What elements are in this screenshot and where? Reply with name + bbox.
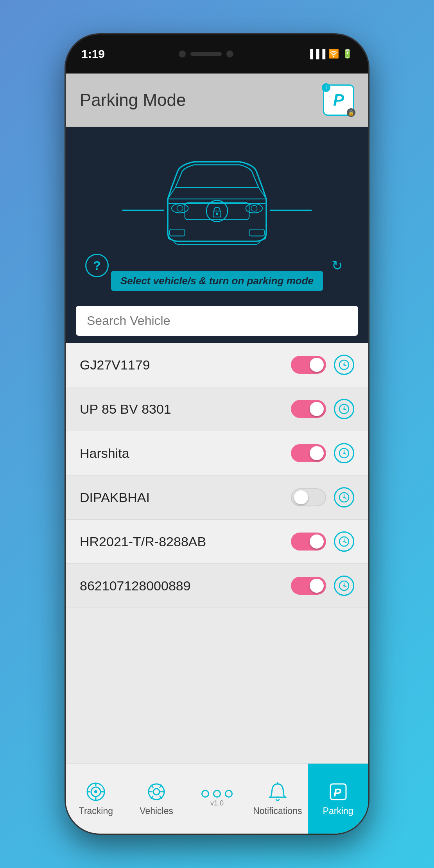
svg-point-35 (343, 541, 345, 542)
svg-point-27 (343, 452, 345, 454)
vehicle-name: Harshita (80, 446, 129, 461)
svg-rect-15 (249, 229, 264, 236)
vehicle-item: UP 85 BV 8301 (66, 387, 368, 431)
toggle-knob (310, 358, 324, 372)
notch-center (167, 44, 245, 64)
vehicle-toggle[interactable] (291, 444, 326, 462)
vehicle-item: HR2021-T/R-8288AB (66, 520, 368, 564)
camera-dot (179, 50, 186, 57)
parking-label: Parking (323, 806, 353, 816)
vehicle-name: DIPAKBHAI (80, 490, 150, 505)
toggle-knob (310, 446, 324, 460)
status-icons: ▐▐▐ 🛜 🔋 (307, 49, 353, 59)
lock-badge: 🔒 (347, 108, 355, 117)
nav-item-vehicles[interactable]: Vehicles (126, 764, 187, 834)
svg-text:P: P (334, 786, 342, 799)
nav-item-parking[interactable]: P Parking (308, 764, 368, 834)
svg-point-39 (343, 585, 345, 586)
svg-point-42 (94, 790, 97, 793)
vehicle-toggle[interactable] (291, 356, 326, 374)
clock-button[interactable] (334, 443, 354, 463)
vehicle-name: UP 85 BV 8301 (80, 402, 171, 417)
notifications-label: Notifications (253, 806, 302, 816)
vehicle-controls (291, 531, 354, 552)
p-icon: P (333, 91, 344, 109)
clock-button[interactable] (334, 355, 354, 375)
vehicle-item: GJ27V1179 (66, 343, 368, 387)
vehicle-controls (291, 443, 354, 463)
help-button[interactable]: ? (85, 254, 109, 277)
clock-button[interactable] (334, 487, 354, 508)
phone-frame: 1:19 ▐▐▐ 🛜 🔋 Parking Mode i P 🔒 (65, 33, 369, 835)
nav-item-tracking[interactable]: Tracking (66, 764, 126, 834)
status-bar: 1:19 ▐▐▐ 🛜 🔋 (66, 34, 368, 74)
svg-point-11 (177, 205, 183, 211)
vehicle-toggle[interactable] (291, 533, 326, 551)
nav-item-notifications[interactable]: Notifications (247, 764, 308, 834)
svg-point-48 (153, 789, 160, 795)
vehicle-item: DIPAKBHAI (66, 475, 368, 520)
speaker (190, 52, 222, 56)
parking-nav-icon: P (327, 781, 349, 803)
svg-point-12 (251, 205, 257, 211)
vehicle-controls (291, 576, 354, 596)
vehicle-name: GJ27V1179 (80, 357, 150, 373)
nav-center: v1.0 (187, 764, 247, 834)
nav-version: v1.0 (210, 799, 224, 807)
tracking-label: Tracking (79, 806, 113, 816)
toggle-knob (310, 402, 324, 416)
svg-point-19 (343, 364, 345, 366)
bottom-nav: Tracking Vehicles (66, 763, 368, 834)
vehicle-controls (291, 399, 354, 419)
vehicle-name: 862107128000889 (80, 578, 191, 594)
clock-button[interactable] (334, 576, 354, 596)
instruction-text: Select vehicle/s & turn on parking mode (111, 271, 323, 291)
refresh-button[interactable]: ↻ (325, 254, 349, 277)
nav-dots (201, 790, 233, 798)
app-screen: Parking Mode i P 🔒 (66, 74, 368, 834)
status-time: 1:19 (81, 47, 105, 61)
info-badge: i (322, 83, 330, 92)
toggle-knob (310, 579, 324, 593)
vehicle-toggle[interactable] (291, 577, 326, 595)
vehicles-icon (145, 781, 167, 803)
search-container (66, 299, 368, 343)
svg-point-8 (216, 213, 218, 215)
car-illustration-area: ? ↻ Select vehicle/s & turn on parking m… (66, 127, 368, 299)
vehicle-controls (291, 355, 354, 375)
app-header: Parking Mode i P 🔒 (66, 74, 368, 127)
sensor-dot (226, 50, 233, 57)
page-title: Parking Mode (80, 90, 186, 110)
battery-icon: 🔋 (342, 49, 353, 59)
clock-button[interactable] (334, 399, 354, 419)
clock-button[interactable] (334, 531, 354, 552)
svg-point-23 (343, 408, 345, 410)
vehicle-controls (291, 487, 354, 508)
vehicle-toggle[interactable] (291, 400, 326, 418)
nav-dot-3 (225, 790, 233, 798)
nav-dot-1 (201, 790, 209, 798)
svg-point-31 (343, 497, 345, 498)
nav-dot-2 (213, 790, 221, 798)
car-illustration (115, 135, 319, 267)
vehicles-label: Vehicles (140, 806, 173, 816)
vehicle-item: Harshita (66, 431, 368, 475)
vehicle-name: HR2021-T/R-8288AB (80, 534, 206, 549)
toggle-knob (294, 490, 308, 504)
svg-rect-14 (170, 229, 185, 236)
notifications-icon (267, 781, 289, 803)
search-input[interactable] (76, 306, 358, 336)
tracking-icon (85, 781, 107, 803)
signal-icon: ▐▐▐ (307, 49, 325, 59)
vehicle-item: 862107128000889 (66, 564, 368, 608)
vehicle-toggle[interactable] (291, 488, 326, 506)
toggle-knob (310, 534, 324, 549)
wifi-icon: 🛜 (328, 49, 339, 59)
vehicle-list: GJ27V1179 UP 85 BV 8301 Harshita DIPAKBH… (66, 343, 368, 763)
parking-mode-icon-button[interactable]: i P 🔒 (323, 84, 354, 116)
